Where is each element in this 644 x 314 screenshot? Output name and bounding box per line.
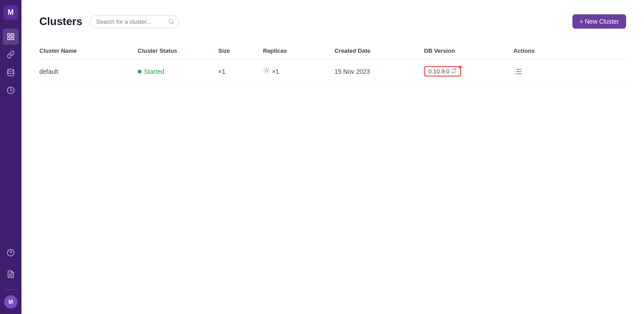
update-icon: [451, 68, 457, 75]
new-cluster-button[interactable]: + New Cluster: [572, 14, 626, 29]
col-cluster-status: Cluster Status: [138, 47, 218, 54]
replicas-value: ×1: [263, 67, 279, 76]
cell-created-date: 15 Nov 2023: [335, 68, 424, 75]
cell-replicas: ×1: [263, 67, 335, 76]
cell-cluster-status: Started: [138, 68, 218, 75]
sidebar-item-help[interactable]: [3, 245, 19, 261]
sidebar: M: [0, 0, 21, 314]
status-dot: [138, 70, 141, 73]
cell-cluster-name: default: [39, 68, 138, 75]
col-db-version: DB Version: [424, 47, 513, 54]
cell-size: ×1: [218, 68, 263, 75]
col-created-date: Created Date: [335, 47, 424, 54]
col-actions: Actions: [513, 47, 626, 54]
table-row: default Started ×1: [39, 59, 626, 84]
clusters-table: Cluster Name Cluster Status Size Replica…: [39, 43, 626, 84]
sidebar-item-backups[interactable]: [3, 64, 19, 81]
sidebar-item-clusters[interactable]: [3, 29, 19, 45]
main-content: Clusters + New Cluster Cluster Name Clus…: [21, 0, 644, 314]
svg-line-11: [173, 23, 174, 24]
page-header: Clusters + New Cluster: [39, 14, 626, 29]
page-title: Clusters: [39, 15, 82, 28]
search-icon: [168, 18, 174, 25]
col-size: Size: [218, 47, 263, 54]
app-logo[interactable]: M: [4, 5, 18, 20]
update-notification-dot: [459, 66, 462, 68]
replica-icon: [263, 67, 270, 76]
svg-rect-1: [12, 34, 14, 36]
cell-db-version: 0.10.9.0: [424, 66, 513, 76]
svg-rect-3: [12, 38, 14, 40]
search-input[interactable]: [89, 15, 179, 28]
page-header-left: Clusters: [39, 15, 179, 28]
svg-point-4: [8, 69, 14, 72]
svg-rect-0: [8, 34, 10, 36]
sidebar-bottom: M: [3, 245, 19, 309]
sidebar-item-monitoring[interactable]: [3, 82, 19, 98]
col-cluster-name: Cluster Name: [39, 47, 138, 54]
svg-point-12: [265, 69, 267, 72]
sidebar-item-connections[interactable]: [3, 47, 19, 63]
db-version-badge[interactable]: 0.10.9.0: [424, 66, 461, 76]
sidebar-item-docs[interactable]: [3, 266, 19, 282]
table-header: Cluster Name Cluster Status Size Replica…: [39, 43, 626, 59]
status-badge: Started: [138, 68, 164, 75]
actions-menu-button[interactable]: [513, 67, 522, 76]
col-replicas: Replicas: [263, 47, 335, 54]
svg-rect-2: [8, 38, 10, 40]
sidebar-divider: [4, 289, 17, 290]
search-wrapper: [89, 15, 179, 28]
user-avatar[interactable]: M: [4, 295, 17, 309]
cell-actions: [513, 67, 626, 76]
